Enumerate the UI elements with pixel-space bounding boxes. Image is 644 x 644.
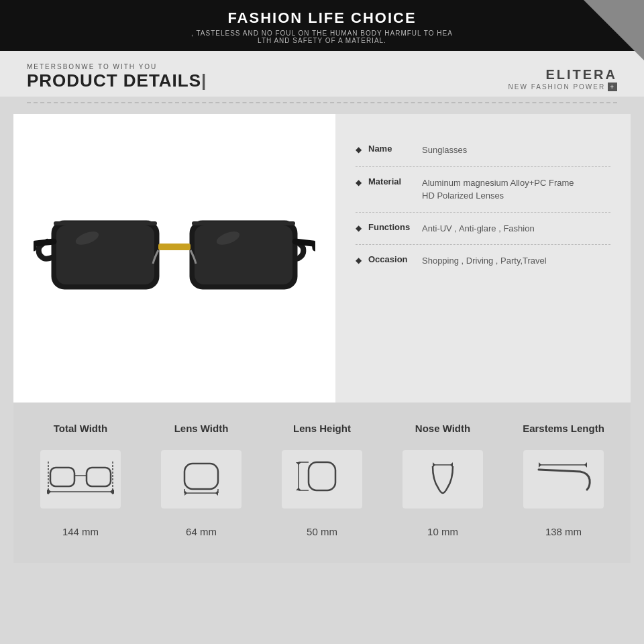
dim-value-lens-width: 64 mm [141, 515, 262, 543]
lens-width-icon [171, 460, 231, 496]
dim-icon-lens-height [262, 443, 382, 515]
detail-row: ◆ Name Sunglasses [356, 134, 610, 167]
dim-value-row: 144 mm 64 mm 50 mm 10 mm 138 mm [20, 515, 624, 543]
earstems-icon [533, 460, 594, 496]
svg-marker-35 [539, 462, 541, 468]
dim-header-lens-width: Lens Width [141, 416, 262, 443]
detail-diamond: ◆ [356, 256, 362, 265]
dim-value-lens-height: 50 mm [262, 515, 382, 543]
svg-rect-5 [54, 221, 157, 225]
dimensions-table: Total Width Lens Width Lens Height Nose … [20, 416, 624, 543]
dim-value-earstems-length: 138 mm [503, 515, 624, 543]
detail-value: Anti-UV , Anti-glare , Fashion [422, 222, 535, 235]
brand-subtitle: METERSBONWE TO WITH YOU [27, 63, 206, 70]
divider [27, 102, 617, 103]
dim-header-nose-width: Nose Width [382, 416, 503, 443]
svg-marker-17 [48, 489, 51, 494]
brand-bar: METERSBONWE TO WITH YOU PRODUCT DETAILS … [0, 51, 644, 97]
detail-diamond: ◆ [356, 178, 362, 187]
detail-row: ◆ Material Aluminum magnesium Alloy+PC F… [356, 167, 610, 213]
sunglasses-svg [34, 184, 315, 319]
brand-left: METERSBONWE TO WITH YOU PRODUCT DETAILS … [27, 63, 206, 91]
product-section: ◆ Name Sunglasses ◆ Material Aluminum ma… [13, 114, 631, 402]
dim-header-row: Total Width Lens Width Lens Height Nose … [20, 416, 624, 443]
detail-row: ◆ Functions Anti-UV , Anti-glare , Fashi… [356, 213, 610, 246]
detail-value: Aluminum magnesium Alloy+PC FrameHD Pola… [422, 176, 574, 203]
detail-value: Sunglasses [422, 144, 467, 157]
dim-value-total-width: 144 mm [20, 515, 141, 543]
detail-row: ◆ Occasion Shopping , Driving , Party,Tr… [356, 245, 610, 277]
brand-right-name: ELITERA [508, 67, 617, 83]
detail-diamond: ◆ [356, 145, 362, 154]
dim-header-lens-height: Lens Height [262, 416, 382, 443]
svg-marker-32 [433, 462, 435, 468]
dim-icon-row [20, 443, 624, 515]
dimensions-section: Total Width Lens Width Lens Height Nose … [13, 402, 631, 563]
detail-label: Functions [368, 222, 422, 232]
detail-diamond: ◆ [356, 223, 362, 233]
total-width-icon [47, 460, 114, 496]
dim-icon-total-width [20, 443, 141, 515]
dim-icon-cell-earstems [523, 450, 604, 508]
lens-height-icon [292, 460, 352, 496]
dim-icon-lens-width [141, 443, 262, 515]
brand-cursor: | [201, 70, 206, 91]
sunglasses-image [34, 184, 315, 332]
product-details: ◆ Name Sunglasses ◆ Material Aluminum ma… [335, 114, 631, 402]
brand-right: ELITERA NEW FASHION POWER + [508, 67, 617, 91]
svg-rect-10 [87, 468, 111, 486]
dim-icon-cell-total [40, 450, 121, 508]
svg-rect-25 [309, 462, 335, 490]
svg-marker-18 [110, 489, 113, 494]
dim-icon-cell-lens-height [282, 450, 362, 508]
svg-rect-3 [195, 225, 292, 284]
dim-icon-cell-nose-width [402, 450, 483, 508]
nose-width-icon [413, 460, 473, 496]
svg-rect-2 [56, 225, 154, 284]
product-image-box [13, 114, 335, 402]
svg-rect-9 [50, 468, 74, 486]
detail-value: Shopping , Driving , Party,Travel [422, 254, 547, 268]
svg-marker-36 [584, 462, 587, 468]
dim-icon-nose-width [382, 443, 503, 515]
header-title: FASHION LIFE CHOICE [13, 9, 631, 27]
dim-header-total-width: Total Width [20, 416, 141, 443]
brand-plus: + [608, 83, 617, 91]
svg-rect-4 [158, 244, 191, 250]
dim-icon-earstems-length [503, 443, 624, 515]
detail-label: Occasion [368, 254, 422, 264]
dim-header-earstems-length: Earstems Length [503, 416, 624, 443]
header: FASHION LIFE CHOICE , TASTELESS AND NO F… [0, 0, 644, 51]
header-subtitle: , TASTELESS AND NO FOUL ON THE HUMAN BOD… [13, 30, 631, 44]
brand-title: PRODUCT DETAILS [27, 70, 201, 91]
svg-rect-6 [192, 221, 295, 225]
dim-value-nose-width: 10 mm [382, 515, 503, 543]
detail-label: Name [368, 144, 422, 154]
svg-marker-33 [450, 462, 453, 468]
triangle-decoration [584, 0, 644, 60]
brand-right-sub: NEW FASHION POWER + [508, 83, 617, 91]
svg-rect-19 [184, 464, 218, 489]
detail-label: Material [368, 176, 422, 186]
dim-icon-cell-lens-width [161, 450, 241, 508]
